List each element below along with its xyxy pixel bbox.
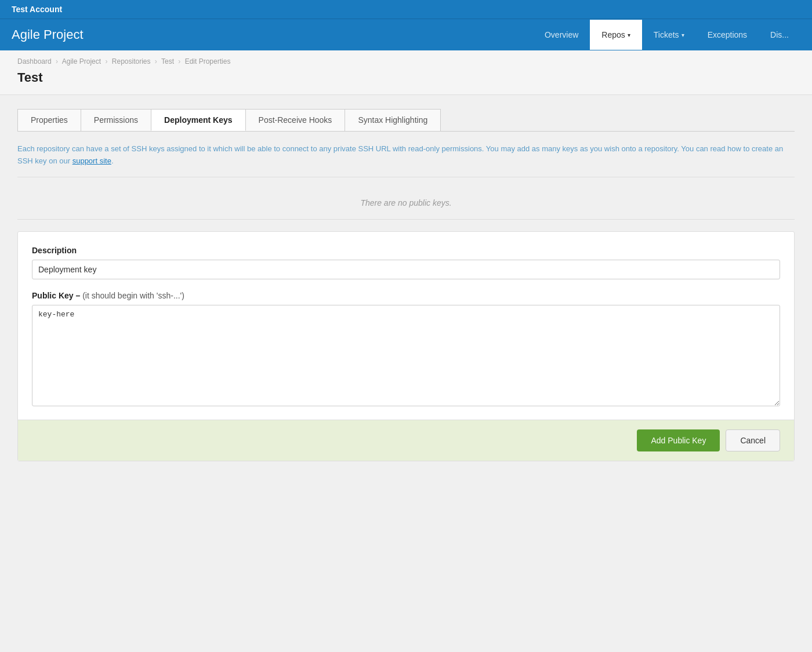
breadcrumb-area: Dashboard › Agile Project › Repositories… — [0, 50, 812, 95]
account-name: Test Account — [12, 5, 62, 14]
tab-deployment-keys[interactable]: Deployment Keys — [151, 109, 245, 131]
nav-overview[interactable]: Overview — [533, 20, 590, 50]
add-public-key-button[interactable]: Add Public Key — [637, 429, 720, 451]
navbar: Agile Project Overview Repos ▾ Tickets ▾… — [0, 19, 812, 50]
nav-tickets[interactable]: Tickets ▾ — [642, 20, 696, 50]
add-key-form: Description Public Key – (it should begi… — [17, 231, 795, 461]
tab-permissions[interactable]: Permissions — [81, 109, 151, 131]
nav-links: Overview Repos ▾ Tickets ▾ Exceptions Di… — [533, 20, 800, 50]
public-key-label-text: Public Key – — [32, 291, 80, 300]
info-text-main: Each repository can have a set of SSH ke… — [17, 144, 783, 165]
project-title: Agile Project — [12, 19, 533, 50]
tab-post-receive-hooks[interactable]: Post-Receive Hooks — [245, 109, 346, 131]
empty-state: There are no public keys. — [17, 187, 795, 220]
public-key-group: Public Key – (it should begin with 'ssh-… — [32, 291, 780, 408]
public-key-textarea[interactable]: key-here — [32, 305, 780, 406]
cancel-button[interactable]: Cancel — [726, 429, 780, 451]
public-key-hint: (it should begin with 'ssh-...') — [82, 291, 184, 300]
breadcrumb-dashboard[interactable]: Dashboard — [17, 57, 52, 65]
tab-properties[interactable]: Properties — [17, 109, 81, 131]
main-content: Properties Permissions Deployment Keys P… — [0, 95, 812, 475]
tabs: Properties Permissions Deployment Keys P… — [17, 109, 795, 132]
repos-dropdown-arrow: ▾ — [628, 32, 630, 38]
breadcrumb-sep-1: › — [56, 57, 58, 65]
breadcrumb-sep-3: › — [155, 57, 157, 65]
breadcrumb-repositories[interactable]: Repositories — [112, 57, 151, 65]
public-key-label: Public Key – (it should begin with 'ssh-… — [32, 291, 780, 300]
breadcrumb: Dashboard › Agile Project › Repositories… — [17, 57, 795, 65]
nav-dis[interactable]: Dis... — [759, 20, 800, 50]
top-banner: Test Account — [0, 0, 812, 19]
support-site-link[interactable]: support site — [72, 156, 111, 165]
page-title: Test — [17, 70, 795, 94]
nav-repos[interactable]: Repos ▾ — [590, 20, 641, 50]
description-group: Description — [32, 246, 780, 279]
breadcrumb-edit-properties: Edit Properties — [185, 57, 231, 65]
info-text: Each repository can have a set of SSH ke… — [17, 143, 795, 177]
tickets-dropdown-arrow: ▾ — [682, 32, 684, 38]
breadcrumb-sep-2: › — [105, 57, 107, 65]
breadcrumb-test[interactable]: Test — [161, 57, 174, 65]
description-label: Description — [32, 246, 780, 255]
nav-exceptions[interactable]: Exceptions — [696, 20, 759, 50]
breadcrumb-sep-4: › — [178, 57, 180, 65]
tab-syntax-highlighting[interactable]: Syntax Highlighting — [345, 109, 441, 131]
empty-state-message: There are no public keys. — [360, 198, 451, 207]
description-input[interactable] — [32, 260, 780, 279]
form-actions: Add Public Key Cancel — [18, 420, 794, 461]
breadcrumb-agile-project[interactable]: Agile Project — [62, 57, 101, 65]
